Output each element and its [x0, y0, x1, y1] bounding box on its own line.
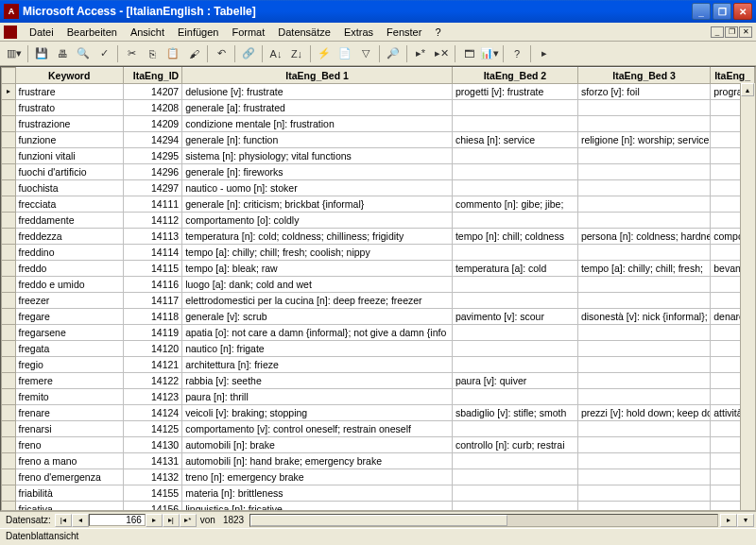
child-close-button[interactable]: ✕: [739, 26, 752, 38]
select-all-cell[interactable]: [2, 68, 16, 84]
cell-bed3[interactable]: [577, 100, 710, 116]
cell-bed2[interactable]: [452, 357, 577, 373]
sort-desc-button[interactable]: Z↓: [286, 43, 307, 64]
cell-bed3[interactable]: [577, 245, 710, 261]
cell-keyword[interactable]: fremito: [15, 389, 123, 405]
cell-keyword[interactable]: fricativa: [15, 502, 123, 512]
cell-keyword[interactable]: freddo: [15, 261, 123, 277]
last-record-button[interactable]: ▸|: [163, 514, 180, 527]
row-selector[interactable]: [2, 357, 16, 373]
cell-id[interactable]: 14132: [123, 469, 181, 485]
cell-bed1[interactable]: tempo [a]: chilly; chill; fresh; coolish…: [182, 245, 453, 261]
cell-bed1[interactable]: generale [a]: frustrated: [182, 100, 453, 116]
cell-id[interactable]: 14156: [123, 502, 181, 512]
cell-bed3[interactable]: [577, 116, 710, 132]
cell-bed1[interactable]: nautico - uomo [n]: stoker: [182, 180, 453, 196]
toggle-filter-button[interactable]: ▽: [355, 43, 376, 64]
cell-bed3[interactable]: [577, 180, 710, 196]
menu-fenster[interactable]: Fenster: [380, 25, 428, 40]
row-selector[interactable]: [2, 421, 16, 437]
menu-datensaetze[interactable]: Datensätze: [271, 25, 337, 40]
cell-bed2[interactable]: [452, 180, 577, 196]
row-selector[interactable]: [2, 405, 16, 421]
table-row[interactable]: funzione14294generale [n]: functionchies…: [2, 132, 755, 148]
cell-bed3[interactable]: [577, 502, 710, 512]
row-selector[interactable]: [2, 261, 16, 277]
cell-keyword[interactable]: freno d'emergenza: [15, 469, 123, 485]
cell-bed3[interactable]: prezzi [v]: hold down; keep do: [577, 405, 710, 421]
cell-bed3[interactable]: [577, 469, 710, 485]
row-selector[interactable]: [2, 180, 16, 196]
cell-bed2[interactable]: [452, 116, 577, 132]
print-button[interactable]: 🖶: [52, 43, 73, 64]
table-row[interactable]: fregio14121architettura [n]: frieze: [2, 357, 755, 373]
cell-bed2[interactable]: [452, 485, 577, 502]
cell-bed1[interactable]: generale [v]: scrub: [182, 309, 453, 325]
row-selector[interactable]: [2, 325, 16, 341]
save-button[interactable]: 💾: [31, 43, 52, 64]
menu-einfuegen[interactable]: Einfügen: [171, 25, 225, 40]
vscroll-down-button[interactable]: ▾: [737, 514, 754, 527]
cell-keyword[interactable]: freno a mano: [15, 453, 123, 469]
cell-bed1[interactable]: apatia [o]: not care a damn {informal}; …: [182, 325, 453, 341]
sort-asc-button[interactable]: A↓: [266, 43, 286, 64]
cell-id[interactable]: 14125: [123, 421, 181, 437]
table-row[interactable]: frenarsi14125comportamento [v]: control …: [2, 421, 755, 437]
row-selector[interactable]: [2, 502, 16, 512]
cell-id[interactable]: 14124: [123, 405, 181, 421]
cell-bed2[interactable]: [452, 469, 577, 485]
cell-keyword[interactable]: fregare: [15, 309, 123, 325]
table-row[interactable]: freno a mano14131automobili [n]: hand br…: [2, 453, 755, 469]
table-row[interactable]: frustrazione14209condizione mentale [n]:…: [2, 116, 755, 132]
cell-bed2[interactable]: [452, 389, 577, 405]
cell-bed3[interactable]: [577, 485, 710, 502]
cell-keyword[interactable]: frustrato: [15, 100, 123, 116]
cell-bed2[interactable]: [452, 148, 577, 164]
table-row[interactable]: freddo14115tempo [a]: bleak; rawtemperat…: [2, 261, 755, 277]
cell-bed1[interactable]: sistema [n]: physiology; vital functions: [182, 148, 453, 164]
cell-bed1[interactable]: condizione mentale [n]: frustration: [182, 116, 453, 132]
table-row[interactable]: freezer14117elettrodomestici per la cuci…: [2, 293, 755, 309]
cell-bed1[interactable]: veicoli [v]: braking; stopping: [182, 405, 453, 421]
row-selector[interactable]: [2, 196, 16, 213]
cell-keyword[interactable]: freddo e umido: [15, 277, 123, 293]
copy-button[interactable]: ⎘: [142, 43, 163, 64]
cell-id[interactable]: 14116: [123, 277, 181, 293]
cell-bed3[interactable]: [577, 293, 710, 309]
row-selector[interactable]: [2, 373, 16, 389]
table-row[interactable]: fuochista14297nautico - uomo [n]: stoker: [2, 180, 755, 196]
cell-bed3[interactable]: sforzo [v]: foil: [577, 84, 710, 100]
cell-bed3[interactable]: disonestà [v]: nick {informal};: [577, 309, 710, 325]
cell-bed3[interactable]: [577, 421, 710, 437]
cell-keyword[interactable]: frustrazione: [15, 116, 123, 132]
cell-id[interactable]: 14294: [123, 132, 181, 148]
cell-id[interactable]: 14296: [123, 164, 181, 180]
col-header-bed4[interactable]: ItaEng_: [711, 68, 755, 84]
cell-bed2[interactable]: tempo [n]: chill; coldness: [452, 229, 577, 245]
help-button[interactable]: ?: [507, 43, 527, 64]
cell-id[interactable]: 14120: [123, 341, 181, 357]
cell-keyword[interactable]: fregata: [15, 341, 123, 357]
new-record-button[interactable]: ▸*: [410, 43, 431, 64]
delete-record-button[interactable]: ▸✕: [431, 43, 452, 64]
cell-bed2[interactable]: controllo [n]: curb; restrai: [452, 437, 577, 453]
first-record-button[interactable]: |◂: [55, 514, 72, 527]
cell-bed2[interactable]: [452, 164, 577, 180]
format-painter-button[interactable]: 🖌: [183, 43, 204, 64]
child-minimize-button[interactable]: _: [711, 26, 724, 38]
cell-id[interactable]: 14114: [123, 245, 181, 261]
menu-help[interactable]: ?: [428, 25, 447, 40]
cell-id[interactable]: 14118: [123, 309, 181, 325]
cell-id[interactable]: 14131: [123, 453, 181, 469]
row-selector[interactable]: [2, 116, 16, 132]
cell-bed3[interactable]: [577, 437, 710, 453]
cell-bed3[interactable]: [577, 357, 710, 373]
cell-bed2[interactable]: [452, 293, 577, 309]
cell-keyword[interactable]: freddamente: [15, 213, 123, 229]
filter-selection-button[interactable]: ⚡: [314, 43, 335, 64]
cell-id[interactable]: 14123: [123, 389, 181, 405]
cell-id[interactable]: 14155: [123, 485, 181, 502]
row-selector[interactable]: [2, 293, 16, 309]
cell-bed1[interactable]: generale [n]: function: [182, 132, 453, 148]
close-button[interactable]: ✕: [733, 3, 752, 20]
